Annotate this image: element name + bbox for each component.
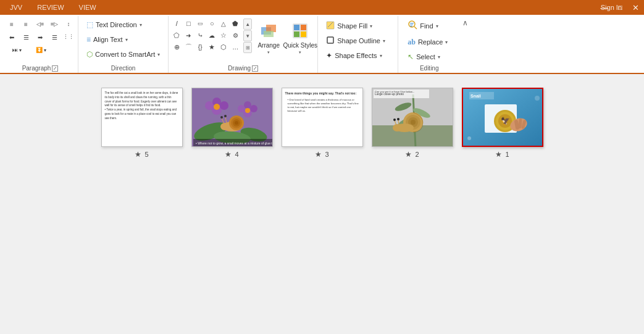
paragraph-expand-icon[interactable]: ⤢ [52, 65, 58, 72]
page-preview-4: • Where not to grow, a snail moves at a … [191, 88, 273, 147]
shape-gear-btn[interactable]: ⚙ [230, 30, 241, 41]
shape-outline-arrow: ▾ [383, 38, 385, 44]
svg-line-11 [414, 27, 417, 29]
shape-outline-btn[interactable]: Shape Outline ▾ [322, 34, 394, 48]
quick-styles-button[interactable]: Quick Styles ▾ [285, 18, 315, 57]
replace-arrow: ▾ [445, 40, 448, 45]
svg-point-55 [393, 119, 396, 121]
star-icon-2: ★ [405, 150, 412, 159]
shapes-scroll-up[interactable]: ▲ [243, 19, 252, 30]
align-right-btn[interactable]: ➡ [33, 31, 47, 43]
shape-fill-btn[interactable]: Shape Fill ▾ [322, 19, 394, 33]
svg-point-34 [220, 123, 229, 130]
shape-line-btn[interactable]: / [171, 18, 182, 29]
editing-label: Editing [402, 64, 456, 73]
find-btn[interactable]: Find ▾ [402, 18, 456, 34]
paragraph-group: ≡ ≡ ◁≡ ≡▷ ↕ ⬅ ☰ ➡ ☰ ⋮⋮ ⏭▾ ⏬▾ [2, 16, 78, 73]
svg-text:Can you see it or have I live : Can you see it or have I live below... [375, 90, 414, 93]
quick-styles-icon [290, 21, 310, 41]
arrange-button[interactable]: Arrange ▾ [254, 18, 283, 57]
shape-cloud-btn[interactable]: ☁ [206, 30, 217, 41]
svg-rect-6 [294, 31, 299, 37]
tab-review[interactable]: REVIEW [30, 0, 71, 15]
svg-point-37 [220, 116, 223, 119]
para-spacing-btn[interactable]: ⏭▾ [5, 44, 28, 56]
indent-increase-btn[interactable]: ≡▷ [48, 18, 61, 30]
shape-ellipse-btn[interactable]: ○ [206, 18, 217, 29]
direction-controls: ⬚ Text Direction ▾ ≡ Align Text ▾ ⬡ Conv… [82, 17, 164, 64]
justify-btn[interactable]: ☰ [48, 31, 61, 43]
convert-smartart-btn[interactable]: ⬡ Convert to SmartArt ▾ [82, 48, 164, 61]
ribbon-expand[interactable]: ∧ [460, 16, 470, 73]
drawing-group: / □ ▭ ○ △ ⬟ ⬠ ➜ ⤷ ☁ ☆ ⚙ [169, 16, 318, 73]
shape-effects-arrow: ▾ [380, 53, 382, 59]
shape-star5-btn[interactable]: ★ [206, 41, 217, 52]
paragraph-controls: ≡ ≡ ◁≡ ≡▷ ↕ ⬅ ☰ ➡ ☰ ⋮⋮ ⏭▾ ⏬▾ [5, 17, 75, 64]
minimize-button[interactable]: — [595, 0, 613, 15]
svg-point-33 [235, 121, 238, 125]
svg-point-28 [245, 108, 250, 113]
drawing-expand-icon[interactable]: ⤢ [252, 65, 258, 72]
text-direction-icon: ⬚ [86, 20, 93, 29]
tab-view[interactable]: VIEW [72, 0, 104, 15]
shape-tri-btn[interactable]: △ [218, 18, 229, 29]
svg-point-38 [224, 115, 227, 117]
quick-styles-arrow: ▾ [299, 50, 301, 55]
page-nav-2: ★ 2 [405, 150, 419, 159]
shapes-more-btn[interactable]: ⊞ [243, 42, 252, 53]
align-center-btn[interactable]: ☰ [19, 31, 33, 43]
shape-rt-btn[interactable]: ⬟ [230, 18, 241, 29]
drawing-label: Drawing ⤢ [171, 64, 315, 73]
indent-decrease-btn[interactable]: ◁≡ [33, 18, 47, 30]
shape-pentagon-btn[interactable]: ⬠ [171, 30, 182, 41]
shape-fill-icon [326, 21, 335, 31]
select-btn[interactable]: ↖ Select ▾ [402, 50, 456, 64]
editing-group: Find ▾ ab Replace ▾ ↖ Select ▾ Editing [398, 16, 460, 73]
list-bullets-btn[interactable]: ≡ [5, 18, 19, 30]
shape-plus-btn[interactable]: ⊕ [171, 41, 182, 52]
ribbon-controls: ≡ ≡ ◁≡ ≡▷ ↕ ⬅ ☰ ➡ ☰ ⋮⋮ ⏭▾ ⏬▾ [0, 15, 644, 73]
svg-rect-2 [264, 31, 274, 37]
shape-arrow-btn[interactable]: ➜ [183, 30, 194, 41]
text-direction-btn[interactable]: ⬚ Text Direction ▾ [82, 18, 164, 31]
shapes-scroll-down[interactable]: ▼ [243, 30, 252, 41]
arrange-icon [259, 21, 278, 41]
shape-hex-btn[interactable]: ⬡ [218, 41, 229, 52]
para-spacing2-btn[interactable]: ⏬▾ [29, 44, 52, 56]
page-card-5[interactable]: The fox will the cat a snail look in on … [101, 88, 183, 159]
paragraph-label: Paragraph ⤢ [5, 64, 75, 73]
replace-btn[interactable]: ab Replace ▾ [402, 35, 456, 49]
find-arrow: ▾ [436, 23, 438, 29]
svg-point-25 [250, 105, 257, 112]
align-text-arrow: ▾ [125, 37, 128, 43]
shape-rect-btn[interactable]: □ [183, 18, 194, 29]
shape-curve-btn[interactable]: ⤷ [194, 30, 206, 41]
shape-brace-btn[interactable]: {} [194, 41, 206, 52]
col-count-btn[interactable]: ⋮⋮ [62, 31, 75, 43]
smartart-arrow: ▾ [157, 52, 160, 57]
svg-point-50 [411, 120, 416, 125]
shape-rounded-btn[interactable]: ▭ [194, 18, 206, 29]
align-text-btn[interactable]: ≡ Align Text ▾ [82, 33, 164, 46]
text-direction-arrow: ▾ [140, 22, 142, 28]
page-card-4[interactable]: • Where not to grow, a snail moves at a … [191, 88, 273, 159]
page-nav-1: ★ 1 [495, 150, 509, 159]
page-nav-4: ★ 4 [225, 150, 238, 159]
svg-rect-7 [301, 31, 306, 37]
restore-button[interactable]: □ [613, 0, 627, 15]
replace-icon: ab [408, 38, 416, 47]
list-numbered-btn[interactable]: ≡ [19, 18, 33, 30]
align-left-btn[interactable]: ⬅ [5, 31, 19, 43]
line-spacing-btn[interactable]: ↕ [62, 18, 75, 30]
shape-arc-btn[interactable]: ⌒ [183, 41, 194, 52]
shape-more-btn[interactable]: … [230, 41, 241, 52]
page-card-2[interactable]: Large close-up photo Can you see it or h… [372, 88, 453, 159]
page-card-3[interactable]: There more things you might say. That's … [282, 88, 363, 159]
shape-star-btn[interactable]: ☆ [218, 30, 229, 41]
page-card-1[interactable]: 🦅 Snail ★ 1 [462, 88, 543, 159]
shape-format-controls: Shape Fill ▾ Shape Outline ▾ ✦ Shape Eff… [322, 17, 394, 64]
svg-point-20 [220, 101, 228, 110]
tab-jvv[interactable]: JVV [2, 0, 30, 15]
close-button[interactable]: ✕ [627, 0, 644, 15]
shape-effects-btn[interactable]: ✦ Shape Effects ▾ [322, 49, 394, 62]
